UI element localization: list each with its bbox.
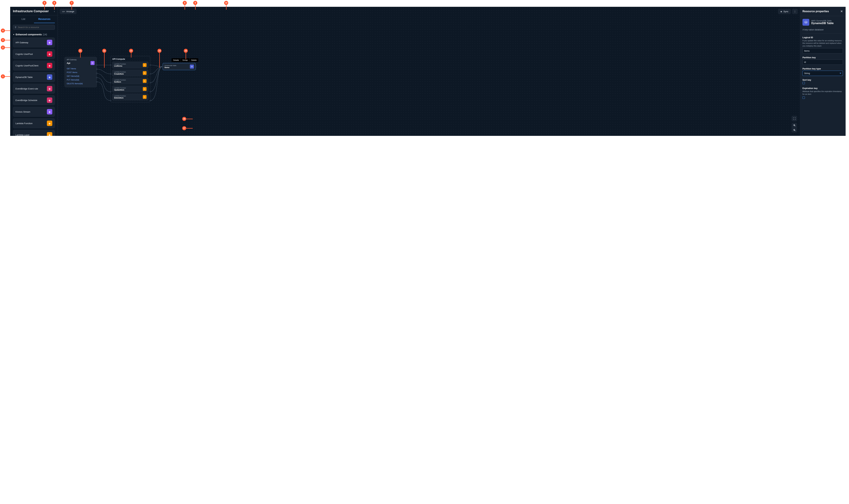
sync-button[interactable]: ◈ Sync bbox=[778, 9, 791, 14]
svg-point-16 bbox=[195, 66, 196, 67]
resource-icon: ◈ bbox=[47, 51, 52, 57]
callout-3: 3 bbox=[1, 38, 5, 42]
callout-15: 15 bbox=[184, 49, 188, 53]
callout-2: 2 bbox=[1, 46, 5, 50]
resource-item[interactable]: Cognito UserPool◈ bbox=[13, 49, 55, 59]
resource-icon: ◈ bbox=[47, 97, 52, 103]
resource-item[interactable]: Lambda Function◈ bbox=[13, 118, 55, 128]
resource-item[interactable]: Lambda Layer◈ bbox=[13, 130, 55, 136]
app-window: Infrastructure Composer ‹ List Resources… bbox=[10, 7, 846, 136]
tab-list[interactable]: List bbox=[13, 15, 34, 23]
section-enhanced-components[interactable]: ▼ Enhanced components (14) bbox=[10, 31, 58, 37]
svg-point-12 bbox=[150, 82, 151, 83]
callout-4: 4 bbox=[1, 29, 5, 33]
resource-item[interactable]: API Gateway◈ bbox=[13, 37, 55, 48]
svg-point-0 bbox=[96, 65, 97, 66]
svg-point-14 bbox=[150, 100, 151, 101]
ctx-delete[interactable]: Delete bbox=[189, 58, 198, 62]
expiration-key-checkbox[interactable] bbox=[802, 96, 805, 99]
partition-key-type-select[interactable]: String bbox=[802, 71, 843, 76]
collapse-sidebar-button[interactable]: ‹ bbox=[54, 10, 55, 13]
resource-item[interactable]: DynamoDB Table◈ bbox=[13, 72, 55, 82]
resource-icon: ◈ bbox=[47, 40, 52, 45]
sidebar-title: Infrastructure Composer bbox=[13, 10, 49, 13]
svg-point-15 bbox=[162, 66, 163, 67]
dynamodb-icon: ⛁ bbox=[802, 19, 809, 26]
canvas[interactable]: ▭▫ Arrange ◈ Sync ⋮ bbox=[58, 7, 800, 136]
callout-17: 17 bbox=[182, 126, 186, 130]
resource-icon: ◈ bbox=[47, 63, 52, 68]
sync-icon: ◈ bbox=[780, 10, 782, 13]
resource-item[interactable]: EventBridge Schedule◈ bbox=[13, 95, 55, 105]
search-icon: ⚲ bbox=[15, 26, 16, 29]
svg-point-5 bbox=[110, 65, 111, 66]
resource-icon: ◈ bbox=[47, 86, 52, 91]
resource-icon: ◈ bbox=[47, 109, 52, 114]
callout-7: 7 bbox=[70, 1, 74, 5]
callout-6: 6 bbox=[52, 1, 56, 5]
resource-item[interactable]: Kinesis Stream◈ bbox=[13, 107, 55, 117]
callout-12: 12 bbox=[102, 49, 106, 53]
callout-8: 8 bbox=[183, 1, 187, 5]
arrange-icon: ▭▫ bbox=[62, 10, 65, 13]
svg-point-7 bbox=[110, 82, 111, 83]
callout-11: 11 bbox=[78, 49, 82, 53]
callout-1: 1 bbox=[1, 74, 5, 78]
sidebar: Infrastructure Composer ‹ List Resources… bbox=[10, 7, 58, 136]
callout-16: 16 bbox=[182, 117, 186, 121]
callout-10: 10 bbox=[224, 1, 228, 5]
svg-point-13 bbox=[150, 91, 151, 92]
more-menu-button[interactable]: ⋮ bbox=[792, 9, 798, 14]
arrange-button[interactable]: ▭▫ Arrange bbox=[60, 9, 77, 14]
svg-point-9 bbox=[110, 100, 111, 101]
svg-point-4 bbox=[96, 82, 97, 82]
close-panel-button[interactable]: ✕ bbox=[840, 10, 843, 13]
callout-14: 14 bbox=[158, 49, 162, 53]
resource-icon: ◈ bbox=[47, 132, 52, 136]
sort-key-checkbox[interactable] bbox=[802, 82, 805, 84]
ctx-details[interactable]: Details bbox=[171, 58, 181, 62]
callout-9: 9 bbox=[193, 1, 197, 5]
svg-point-10 bbox=[150, 65, 151, 66]
svg-point-11 bbox=[150, 73, 151, 74]
resource-item[interactable]: EventBridge Event rule◈ bbox=[13, 84, 55, 94]
kebab-icon: ⋮ bbox=[794, 10, 796, 13]
svg-point-2 bbox=[96, 73, 97, 74]
connections bbox=[58, 7, 800, 136]
caret-down-icon: ▼ bbox=[13, 34, 15, 35]
resource-icon: ◈ bbox=[47, 74, 52, 80]
partition-key-input[interactable] bbox=[802, 59, 843, 65]
resource-item[interactable]: Cognito UserPoolClient◈ bbox=[13, 60, 55, 71]
callout-13: 13 bbox=[129, 49, 133, 53]
properties-panel: || Resource properties ✕ ⛁ AWS::DynamoDB… bbox=[800, 7, 846, 136]
resource-list: API Gateway◈Cognito UserPool◈Cognito Use… bbox=[10, 37, 58, 136]
panel-title: Resource properties bbox=[802, 10, 829, 13]
tab-resources[interactable]: Resources bbox=[34, 15, 55, 23]
svg-point-6 bbox=[110, 73, 111, 74]
svg-point-8 bbox=[110, 91, 111, 92]
panel-resize-handle[interactable]: || bbox=[9, 70, 11, 72]
search-input-wrap[interactable]: ⚲ bbox=[13, 25, 55, 30]
logical-id-input[interactable] bbox=[802, 48, 843, 54]
svg-point-1 bbox=[96, 69, 97, 70]
resource-icon: ◈ bbox=[47, 121, 52, 126]
callout-5: 5 bbox=[42, 1, 47, 5]
svg-point-3 bbox=[96, 77, 97, 78]
search-input[interactable] bbox=[18, 26, 53, 29]
